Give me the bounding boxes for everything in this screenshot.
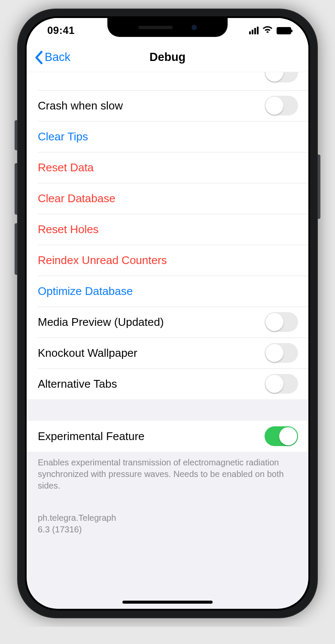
status-time: 09:41 [47,24,75,36]
row-label: Media Preview (Updated) [38,316,164,329]
row-label: Clear Database [38,192,116,205]
device-notch [107,18,228,37]
toggle-crash-when-slow[interactable] [265,96,298,115]
row-clear-database[interactable]: Clear Database [27,183,308,214]
toggle-knockout-wallpaper[interactable] [265,343,298,363]
back-label: Back [45,51,70,64]
row-optimize-database[interactable]: Optimize Database [27,276,308,307]
row-clear-tips[interactable]: Clear Tips [27,121,308,152]
chevron-left-icon [34,51,43,64]
row-label: Knockout Wallpaper [38,346,137,360]
battery-icon [277,27,291,34]
cellular-icon [249,27,259,34]
toggle-hidden-top[interactable] [265,72,298,82]
screen: 09:41 Back Debug [27,18,308,609]
row-reindex-unread[interactable]: Reindex Unread Counters [27,245,308,276]
toggle-media-preview[interactable] [265,312,298,332]
wifi-icon [262,25,273,36]
row-crash-when-slow[interactable]: Crash when slow [27,90,308,121]
back-button[interactable]: Back [27,51,70,64]
row-hidden-top[interactable] [27,72,308,90]
row-label: Experimental Feature [38,430,145,443]
row-experimental-feature[interactable]: Experimental Feature [27,421,308,452]
section-gap [27,399,308,421]
toggle-alternative-tabs[interactable] [265,374,298,394]
device-frame: 09:41 Back Debug [17,9,318,618]
row-label: Optimize Database [38,285,133,298]
row-label: Alternative Tabs [38,377,117,391]
settings-group-experimental: Experimental Feature [27,421,308,452]
experimental-note: Enables experimental transmission of ele… [27,452,308,495]
status-right [249,25,291,36]
home-indicator [122,601,213,604]
row-media-preview[interactable]: Media Preview (Updated) [27,307,308,337]
settings-group-main: Crash when slow Clear Tips Reset Data Cl… [27,72,308,399]
row-label: Crash when slow [38,99,123,112]
row-label: Reset Holes [38,223,99,236]
row-reset-data[interactable]: Reset Data [27,152,308,183]
settings-list[interactable]: Crash when slow Clear Tips Reset Data Cl… [27,72,308,609]
device-bezel: 09:41 Back Debug [25,16,310,611]
app-version: 6.3 (17316) [38,524,297,535]
nav-bar: Back Debug [27,43,308,72]
row-label: Clear Tips [38,130,88,143]
app-meta: ph.telegra.Telegraph 6.3 (17316) [27,495,308,535]
row-alternative-tabs[interactable]: Alternative Tabs [27,368,308,399]
bundle-id: ph.telegra.Telegraph [38,512,297,524]
row-label: Reindex Unread Counters [38,254,167,267]
row-label: Reset Data [38,161,94,174]
row-reset-holes[interactable]: Reset Holes [27,214,308,245]
toggle-experimental-feature[interactable] [265,426,298,446]
row-knockout-wallpaper[interactable]: Knockout Wallpaper [27,337,308,368]
